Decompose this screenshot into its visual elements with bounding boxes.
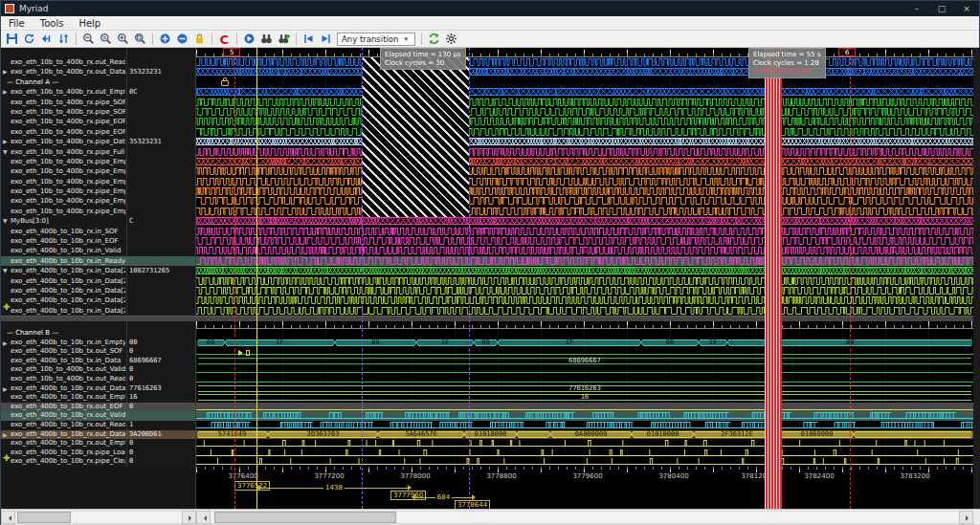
waveform-row[interactable] bbox=[196, 137, 973, 146]
scrollbar-thumb[interactable] bbox=[17, 512, 71, 523]
scroll-left-icon[interactable] bbox=[1, 511, 15, 524]
signal-name-row[interactable]: exo_eth_10b_to_400b_rx.pipe_Empty bbox=[1, 157, 195, 166]
signal-name-row[interactable]: exo_eth_400b_to_10b_rx.pipe_Clear0 bbox=[1, 457, 195, 467]
collapse-arrow-icon[interactable]: ▼ bbox=[3, 147, 8, 157]
waveform-row[interactable] bbox=[196, 117, 973, 126]
waveform-row[interactable] bbox=[196, 98, 973, 107]
expand-arrow-icon[interactable]: ▶ bbox=[3, 87, 8, 97]
signal-name-row[interactable]: exo_eth_10b_to_400b_rx.pipe_Empty[0] bbox=[1, 166, 195, 176]
waveform-row[interactable] bbox=[196, 347, 973, 357]
signal-name-row[interactable]: ▶exo_eth_400b_to_10b_rx.out_Data3A208D61 bbox=[1, 430, 195, 440]
menu-tools[interactable]: Tools bbox=[33, 18, 72, 29]
prev-transition-icon[interactable] bbox=[301, 32, 317, 47]
signal-name-row[interactable]: exo_eth_10b_to_400b_tx.out_Valid0 bbox=[1, 365, 195, 375]
collapse-time-icon[interactable]: C bbox=[216, 32, 233, 47]
waveform-row[interactable] bbox=[196, 67, 973, 77]
next-marker-icon[interactable] bbox=[241, 32, 257, 47]
binoculars-icon[interactable] bbox=[258, 32, 275, 47]
expand-arrow-icon[interactable]: ▶ bbox=[3, 137, 8, 146]
signal-name-row[interactable]: exo_eth_10b_to_400b_rx.pipe_Empty[4] bbox=[1, 207, 195, 216]
zoom-fit-icon[interactable] bbox=[98, 32, 114, 47]
signal-name-row[interactable]: exo_eth_400b_to_10b_rx.in_Data[255][0] bbox=[1, 276, 195, 286]
settings-icon[interactable] bbox=[443, 32, 459, 47]
expand-arrow-icon[interactable]: ▶ bbox=[3, 339, 8, 348]
signal-name-row[interactable]: exo_eth_400b_to_10b_rx.in_Data[255][1] bbox=[1, 286, 195, 295]
waveform-row[interactable] bbox=[196, 393, 973, 403]
zoom-selection-icon[interactable] bbox=[132, 32, 148, 47]
save-icon[interactable] bbox=[4, 32, 20, 47]
waveform-row[interactable] bbox=[196, 457, 973, 467]
waveform-row[interactable] bbox=[196, 384, 973, 394]
undo-icon[interactable] bbox=[38, 32, 55, 47]
signal-name-row[interactable]: exo_eth_400b_to_10b_rx.in_SOF bbox=[1, 227, 195, 236]
waveform-row[interactable] bbox=[196, 236, 973, 246]
scroll-left-icon[interactable] bbox=[196, 511, 211, 524]
signal-name-row[interactable]: exo_eth_10b_to_400b_rx.pipe_SOF bbox=[1, 98, 195, 107]
minimize-button[interactable]: – bbox=[904, 1, 929, 16]
signal-name-row[interactable]: ▶exo_eth_10b_to_400b_rx.out_Data[2553532… bbox=[1, 67, 195, 77]
waveform-row[interactable] bbox=[196, 256, 973, 266]
scroll-right-icon[interactable] bbox=[959, 511, 973, 524]
waveform-horizontal-scrollbar[interactable] bbox=[196, 511, 973, 524]
swap-icon[interactable] bbox=[56, 32, 72, 47]
waveform-row[interactable] bbox=[196, 421, 973, 430]
signal-name-row[interactable]: ▼MyBus[3:0]C bbox=[1, 216, 195, 226]
add-signal-button-b[interactable]: ✚ bbox=[3, 453, 11, 463]
scroll-right-icon[interactable] bbox=[182, 511, 196, 524]
expand-arrow-icon[interactable]: ▶ bbox=[3, 430, 8, 440]
waveform-row[interactable] bbox=[196, 166, 973, 176]
menu-help[interactable]: Help bbox=[71, 18, 108, 29]
signal-name-row[interactable]: exo_eth_10b_to_400b_rx.pipe_Empty[1] bbox=[1, 177, 195, 186]
add-signal-button-a[interactable]: ✚ bbox=[3, 302, 11, 312]
waveform-row[interactable] bbox=[196, 357, 973, 366]
waveform-row[interactable] bbox=[196, 306, 973, 316]
waveform-row[interactable] bbox=[196, 216, 973, 226]
sync-icon[interactable] bbox=[426, 32, 442, 47]
signal-name-row[interactable]: exo_eth_400b_to_10b_rx.in_Ready bbox=[1, 256, 195, 266]
signal-name-row[interactable]: exo_eth_10b_to_400b_tx.out_Ready0 bbox=[1, 375, 195, 384]
signal-name-row[interactable]: exo_eth_10b_to_400b_rx.pipe_EOF bbox=[1, 127, 195, 137]
waveform-row[interactable] bbox=[196, 77, 973, 87]
signal-name-row[interactable]: exo_eth_400b_to_10b_rx.in_Valid bbox=[1, 246, 195, 255]
signal-name-row[interactable]: ▶exo_eth_400b_to_10b_rx.in_Empty00 bbox=[1, 339, 195, 348]
menu-file[interactable]: File bbox=[1, 18, 33, 29]
signal-name-row[interactable]: exo_eth_400b_to_10b_tx.in_Data68696667 bbox=[1, 357, 195, 366]
waveform-row[interactable] bbox=[196, 430, 973, 440]
signal-name-row[interactable]: exo_eth_10b_to_400b_rx.out_Ready bbox=[1, 57, 195, 67]
zoom-in-icon[interactable] bbox=[115, 32, 131, 47]
signal-name-row[interactable]: exo_eth_10b_to_400b_rx.pipe_SOF bbox=[1, 107, 195, 117]
lock-icon[interactable] bbox=[191, 32, 208, 47]
waveform-row[interactable] bbox=[196, 295, 973, 305]
waveform-row[interactable] bbox=[196, 227, 973, 236]
waveform-row[interactable] bbox=[196, 448, 973, 458]
waveform-row[interactable] bbox=[196, 411, 973, 421]
transition-dropdown[interactable]: Any transition▾ bbox=[337, 33, 415, 46]
signal-name-row[interactable]: exo_eth_400b_to_10b_rx.in_Data[255][3] bbox=[1, 306, 195, 316]
signal-name-row[interactable]: exo_eth_400b_to_10b_rx.out_Empty16 bbox=[1, 393, 195, 403]
signal-name-row[interactable]: ▼exo_eth_10b_to_400b_rx.pipe_Full bbox=[1, 147, 195, 157]
waveform-row[interactable] bbox=[196, 266, 973, 275]
signal-name-row[interactable]: exo_eth_400b_to_10b_tx.out_SOF0 bbox=[1, 347, 195, 357]
waveform-row[interactable] bbox=[196, 177, 973, 186]
expand-arrow-icon[interactable]: ▶ bbox=[3, 67, 8, 77]
signal-name-row[interactable]: exo_eth_400b_to_10b_rx.out_EOF0 bbox=[1, 403, 195, 412]
collapse-arrow-icon[interactable]: ▼ bbox=[3, 216, 8, 226]
waveform-row[interactable] bbox=[196, 276, 973, 286]
maximize-button[interactable]: □ bbox=[929, 1, 954, 16]
waveform-row[interactable] bbox=[196, 57, 973, 67]
channel-divider[interactable]: — Channel A — bbox=[1, 77, 195, 87]
waveform-row[interactable] bbox=[196, 375, 973, 384]
waveform-row[interactable] bbox=[196, 157, 973, 166]
waveform-row[interactable] bbox=[196, 107, 973, 117]
signal-name-row[interactable]: exo_eth_10b_to_400b_rx.pipe_Empty[2] bbox=[1, 186, 195, 196]
waveform-row[interactable] bbox=[196, 365, 973, 375]
signal-name-row[interactable]: exo_eth_10b_to_400b_rx.pipe_EOF bbox=[1, 117, 195, 126]
waveform-row[interactable] bbox=[196, 87, 973, 97]
next-transition-icon[interactable] bbox=[318, 32, 334, 47]
expand-arrow-icon[interactable]: ▶ bbox=[3, 384, 8, 394]
close-button[interactable]: × bbox=[954, 1, 979, 16]
waveform-row[interactable] bbox=[196, 186, 973, 196]
signal-name-row[interactable]: exo_eth_400b_to_10b_rx.in_EOF bbox=[1, 236, 195, 246]
waveform-row[interactable] bbox=[196, 127, 973, 137]
collapse-arrow-icon[interactable]: ▼ bbox=[3, 266, 8, 275]
